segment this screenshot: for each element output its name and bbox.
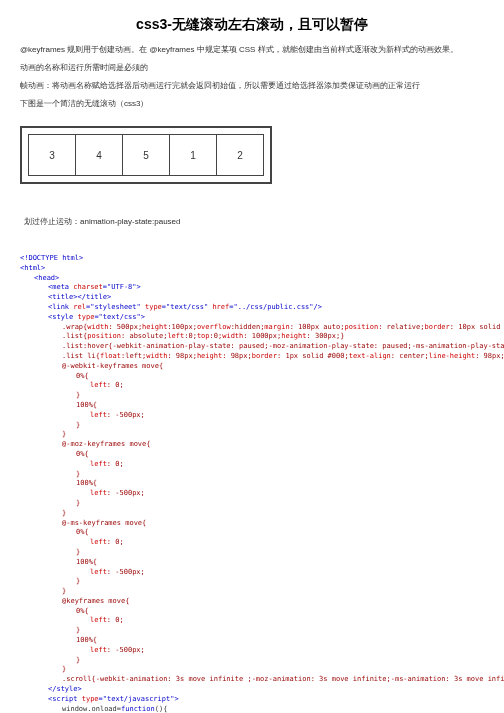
code-line: @-ms-keyframes move{ xyxy=(20,519,484,529)
demo-list: 34512 xyxy=(28,134,264,176)
code-line: left: 0; xyxy=(20,460,484,470)
code-line: </style> xyxy=(20,685,484,695)
code-line: left: 0; xyxy=(20,616,484,626)
demo-cell: 2 xyxy=(217,135,263,175)
code-block: <!DOCTYPE html><html><head><meta charset… xyxy=(20,254,484,713)
code-line: .scroll{-webkit-animation: 3s move infin… xyxy=(20,675,484,685)
code-line: } xyxy=(20,421,484,431)
code-line: <title></title> xyxy=(20,293,484,303)
code-line: left: -500px; xyxy=(20,489,484,499)
code-line: <!DOCTYPE html> xyxy=(20,254,484,264)
code-line: 0%{ xyxy=(20,372,484,382)
code-line: @-webkit-keyframes move{ xyxy=(20,362,484,372)
paragraph-4: 下图是一个简洁的无缝滚动（css3） xyxy=(20,98,484,110)
code-line: 0%{ xyxy=(20,607,484,617)
demo-cell: 1 xyxy=(170,135,217,175)
code-line: } xyxy=(20,587,484,597)
demo-cell: 3 xyxy=(29,135,76,175)
code-line: 100%{ xyxy=(20,479,484,489)
code-line: @-moz-keyframes move{ xyxy=(20,440,484,450)
code-line: } xyxy=(20,626,484,636)
code-line: 100%{ xyxy=(20,401,484,411)
code-line: .list:hover{-webkit-animation-play-state… xyxy=(20,342,484,352)
paragraph-2: 动画的名称和运行所需时间是必须的 xyxy=(20,62,484,74)
code-line: 100%{ xyxy=(20,558,484,568)
page-title: css3-无缝滚动左右滚动，且可以暂停 xyxy=(20,16,484,34)
code-line: .list{position: absolute;left:0;top:0;wi… xyxy=(20,332,484,342)
hover-note: 划过停止运动：animation-play-state:paused xyxy=(24,216,484,228)
code-line: left: -500px; xyxy=(20,646,484,656)
demo-cell: 4 xyxy=(76,135,123,175)
code-line: <script type="text/javascript"> xyxy=(20,695,484,705)
code-line: } xyxy=(20,577,484,587)
code-line: } xyxy=(20,499,484,509)
paragraph-3: 帧动画：将动画名称赋给选择器后动画运行完就会返回初始值，所以需要通过给选择器添加… xyxy=(20,80,484,92)
code-line: <meta charset="UTF-8"> xyxy=(20,283,484,293)
code-line: .list li{float:left;width: 98px;height: … xyxy=(20,352,484,362)
code-line: window.onload=function(){ xyxy=(20,705,484,713)
code-line: 100%{ xyxy=(20,636,484,646)
paragraph-1: @keyframes 规则用于创建动画。在 @keyframes 中规定某项 C… xyxy=(20,44,484,56)
code-line: <html> xyxy=(20,264,484,274)
code-line: .wrap{width: 500px;height:100px;overflow… xyxy=(20,323,484,333)
code-line: } xyxy=(20,665,484,675)
code-line: } xyxy=(20,509,484,519)
demo-cell: 5 xyxy=(123,135,170,175)
code-line: } xyxy=(20,470,484,480)
code-line: <head> xyxy=(20,274,484,284)
code-line: left: -500px; xyxy=(20,411,484,421)
code-line: <link rel="stylesheet" type="text/css" h… xyxy=(20,303,484,313)
code-line: } xyxy=(20,391,484,401)
code-line: left: 0; xyxy=(20,538,484,548)
code-line: 0%{ xyxy=(20,528,484,538)
code-line: } xyxy=(20,656,484,666)
code-line: left: -500px; xyxy=(20,568,484,578)
code-line: left: 0; xyxy=(20,381,484,391)
code-line: <style type="text/css"> xyxy=(20,313,484,323)
demo-box: 34512 xyxy=(20,126,272,184)
code-line: 0%{ xyxy=(20,450,484,460)
code-line: } xyxy=(20,548,484,558)
code-line: } xyxy=(20,430,484,440)
code-line: @keyframes move{ xyxy=(20,597,484,607)
